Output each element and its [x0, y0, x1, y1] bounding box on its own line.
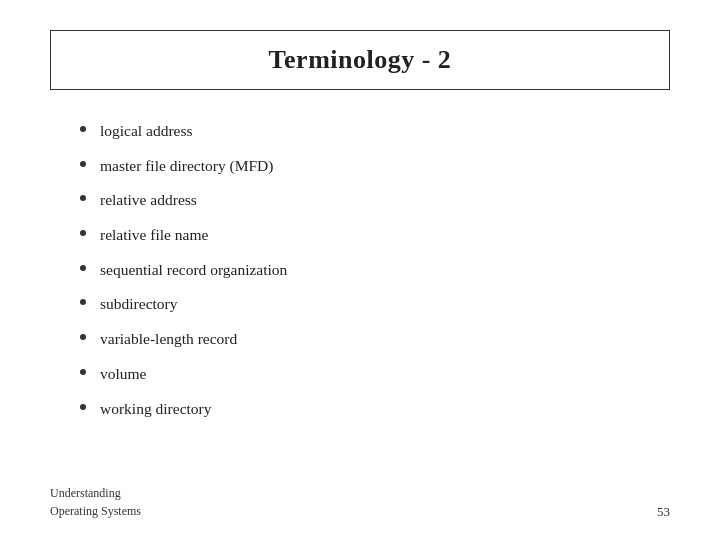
bullet-text: relative address — [100, 189, 197, 211]
slide-container: Terminology - 2 logical addressmaster fi… — [0, 0, 720, 540]
bullet-text: logical address — [100, 120, 193, 142]
bullet-dot — [80, 126, 86, 132]
footer: Understanding Operating Systems 53 — [50, 484, 670, 520]
bullet-text: relative file name — [100, 224, 208, 246]
bullet-text: variable-length record — [100, 328, 237, 350]
bullet-dot — [80, 369, 86, 375]
bullet-text: working directory — [100, 398, 211, 420]
footer-line2: Operating Systems — [50, 502, 141, 520]
bullet-dot — [80, 299, 86, 305]
list-item: master file directory (MFD) — [80, 155, 670, 177]
list-item: volume — [80, 363, 670, 385]
bullet-dot — [80, 161, 86, 167]
bullet-dot — [80, 230, 86, 236]
list-item: logical address — [80, 120, 670, 142]
bullet-list: logical addressmaster file directory (MF… — [80, 120, 670, 419]
list-item: relative file name — [80, 224, 670, 246]
list-item: sequential record organization — [80, 259, 670, 281]
title-box: Terminology - 2 — [50, 30, 670, 90]
content-area: logical addressmaster file directory (MF… — [50, 120, 670, 510]
list-item: working directory — [80, 398, 670, 420]
bullet-text: master file directory (MFD) — [100, 155, 273, 177]
page-number: 53 — [657, 504, 670, 520]
bullet-text: subdirectory — [100, 293, 177, 315]
footer-left: Understanding Operating Systems — [50, 484, 141, 520]
bullet-dot — [80, 334, 86, 340]
list-item: variable-length record — [80, 328, 670, 350]
footer-line1: Understanding — [50, 484, 141, 502]
bullet-dot — [80, 404, 86, 410]
slide-title: Terminology - 2 — [269, 45, 452, 74]
bullet-dot — [80, 195, 86, 201]
bullet-text: sequential record organization — [100, 259, 287, 281]
bullet-dot — [80, 265, 86, 271]
list-item: subdirectory — [80, 293, 670, 315]
bullet-text: volume — [100, 363, 147, 385]
list-item: relative address — [80, 189, 670, 211]
